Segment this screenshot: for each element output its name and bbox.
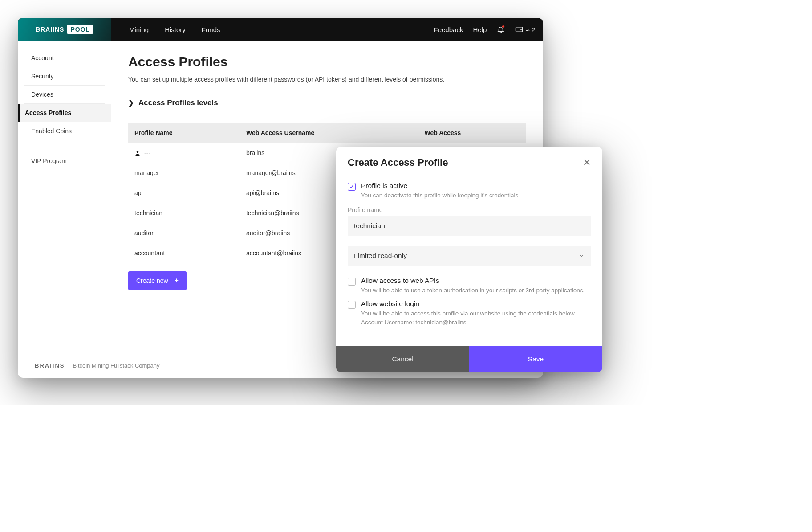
sidebar-item-devices[interactable]: Devices (24, 86, 105, 104)
create-new-button[interactable]: Create new + (128, 271, 187, 290)
cell-profile-name: auditor (128, 223, 240, 243)
weblogin-desc: You will be able to access this profile … (361, 309, 576, 327)
help-link[interactable]: Help (473, 26, 487, 33)
weblogin-label: Allow website login (361, 300, 576, 308)
weblogin-row: Allow website login You will be able to … (348, 300, 591, 327)
logo-text-2: POOL (67, 25, 93, 34)
topbar: BRAIINS POOL Mining History Funds Feedba… (18, 18, 543, 41)
modal-title: Create Access Profile (348, 157, 448, 168)
footer-tagline: Bitcoin Mining Fullstack Company (73, 362, 159, 369)
page-subtitle: You can set up multiple access profiles … (128, 76, 526, 83)
user-icon (134, 150, 141, 156)
col-web-access: Web Access (418, 123, 526, 143)
api-label: Allow access to web APIs (361, 277, 585, 285)
sidebar-item-account[interactable]: Account (24, 49, 105, 67)
levels-label: Access Profiles levels (138, 98, 218, 107)
permission-value: Limited read-only (354, 252, 407, 260)
sidebar-item-security[interactable]: Security (24, 67, 105, 86)
save-button[interactable]: Save (469, 346, 602, 372)
brand-logo[interactable]: BRAIINS POOL (18, 18, 111, 41)
sidebar-item-access-profiles[interactable]: Access Profiles (18, 104, 111, 122)
api-checkbox[interactable] (348, 278, 356, 286)
permission-select[interactable]: Limited read-only (348, 246, 591, 266)
col-username: Web Access Username (240, 123, 418, 143)
cell-profile-name: accountant (128, 243, 240, 263)
top-right: Feedback Help ≈ 2 (434, 25, 543, 34)
chevron-right-icon: ❯ (128, 99, 134, 107)
close-icon[interactable]: ✕ (583, 157, 591, 168)
wallet-amount: ≈ 2 (526, 26, 535, 33)
modal-body: Profile is active You can deactivate thi… (336, 172, 602, 341)
sidebar-item-enabled-coins[interactable]: Enabled Coins (24, 122, 105, 140)
cell-profile-name: api (128, 183, 240, 203)
cell-profile-name: --- (128, 143, 240, 163)
plus-icon: + (175, 277, 179, 285)
profile-name-label: Profile name (348, 206, 591, 213)
active-row: Profile is active You can deactivate thi… (348, 182, 591, 200)
modal-header: Create Access Profile ✕ (336, 147, 602, 172)
feedback-link[interactable]: Feedback (434, 26, 463, 33)
active-checkbox[interactable] (348, 183, 356, 191)
col-profile-name: Profile Name (128, 123, 240, 143)
modal-actions: Cancel Save (336, 346, 602, 372)
api-desc: You will be able to use a token authoris… (361, 286, 585, 295)
nav-history[interactable]: History (165, 26, 186, 33)
weblogin-checkbox[interactable] (348, 301, 356, 309)
sidebar-item-vip[interactable]: VIP Program (24, 152, 105, 170)
levels-toggle[interactable]: ❯ Access Profiles levels (128, 98, 526, 107)
notifications-icon[interactable] (496, 25, 505, 34)
active-label: Profile is active (361, 182, 518, 190)
page-title: Access Profiles (128, 54, 526, 70)
divider (128, 91, 526, 91)
cell-profile-name: technician (128, 203, 240, 223)
cell-profile-name: manager (128, 163, 240, 183)
chevron-down-icon (578, 253, 585, 259)
wallet-balance[interactable]: ≈ 2 (515, 26, 535, 33)
sidebar: Account Security Devices Access Profiles… (18, 41, 111, 353)
nav-mining[interactable]: Mining (129, 26, 149, 33)
svg-point-1 (137, 151, 139, 153)
profile-name-input[interactable] (348, 216, 591, 236)
create-new-label: Create new (136, 277, 168, 284)
active-desc: You can deactivate this profile while ke… (361, 191, 518, 200)
api-row: Allow access to web APIs You will be abl… (348, 277, 591, 295)
top-nav: Mining History Funds (129, 26, 220, 33)
cancel-button[interactable]: Cancel (336, 346, 469, 372)
footer-logo: BRAIINS (35, 362, 65, 369)
logo-text-1: BRAIINS (36, 26, 65, 33)
divider (128, 114, 526, 114)
create-profile-modal: Create Access Profile ✕ Profile is activ… (336, 147, 602, 372)
nav-funds[interactable]: Funds (202, 26, 220, 33)
